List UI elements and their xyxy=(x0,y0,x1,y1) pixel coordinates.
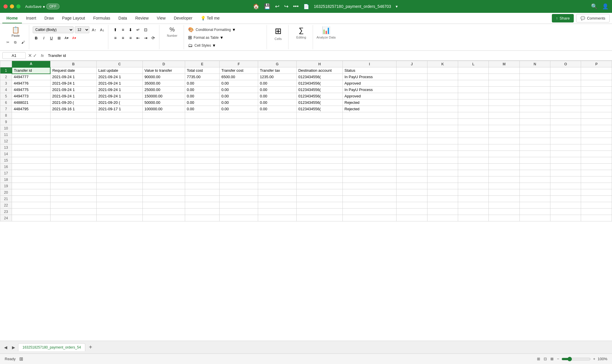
cell-M24[interactable] xyxy=(489,215,519,221)
tab-formulas[interactable]: Formulas xyxy=(89,13,114,23)
cell-P24[interactable] xyxy=(581,215,612,221)
cell-O7[interactable] xyxy=(550,106,581,112)
cell-F9[interactable] xyxy=(220,119,258,125)
cell-A15[interactable] xyxy=(12,157,51,164)
cell-G22[interactable] xyxy=(258,202,297,209)
cell-M10[interactable] xyxy=(489,125,519,132)
row-num-11[interactable]: 11 xyxy=(0,132,12,138)
page-break-view-icon[interactable]: ⊠ xyxy=(550,357,554,361)
cell-G4[interactable]: 0.00 xyxy=(258,87,297,93)
cell-G13[interactable] xyxy=(258,144,297,151)
cell-P10[interactable] xyxy=(581,125,612,132)
cell-H6[interactable]: 0123434556( xyxy=(296,99,342,106)
cell-E7[interactable]: 0.00 xyxy=(185,106,220,112)
cell-N16[interactable] xyxy=(519,164,550,170)
cell-K7[interactable] xyxy=(427,106,458,112)
cell-G21[interactable] xyxy=(258,196,297,202)
cell-G24[interactable] xyxy=(258,215,297,221)
cell-reference[interactable] xyxy=(2,52,26,59)
cell-J24[interactable] xyxy=(397,215,427,221)
dropdown-icon[interactable]: ▾ xyxy=(396,4,398,9)
cell-P7[interactable] xyxy=(581,106,612,112)
cell-C6[interactable]: 2021-09-20 ( xyxy=(96,99,142,106)
cell-I20[interactable] xyxy=(342,189,396,196)
cell-E13[interactable] xyxy=(185,144,220,151)
cell-P15[interactable] xyxy=(581,157,612,164)
cell-O11[interactable] xyxy=(550,132,581,138)
row-num-12[interactable]: 12 xyxy=(0,138,12,144)
cell-K17[interactable] xyxy=(427,170,458,176)
align-top-button[interactable]: ⬆ xyxy=(112,26,119,33)
cell-D22[interactable] xyxy=(142,202,185,209)
cell-C3[interactable]: 2021-09-24 1 xyxy=(96,80,142,87)
cell-L8[interactable] xyxy=(458,112,488,119)
paste-button[interactable]: 📋 Paste xyxy=(10,26,21,38)
cell-N7[interactable] xyxy=(519,106,550,112)
ribbon-group-editing[interactable]: ∑ Editing xyxy=(290,25,313,49)
cell-J18[interactable] xyxy=(397,176,427,183)
col-header-B[interactable]: B xyxy=(50,61,96,67)
cell-D13[interactable] xyxy=(142,144,185,151)
cell-J8[interactable] xyxy=(397,112,427,119)
col-header-C[interactable]: C xyxy=(96,61,142,67)
decrease-font-button[interactable]: A↓ xyxy=(99,26,106,33)
cell-E21[interactable] xyxy=(185,196,220,202)
cell-K4[interactable] xyxy=(427,87,458,93)
cell-F24[interactable] xyxy=(220,215,258,221)
cell-J17[interactable] xyxy=(397,170,427,176)
save-icon[interactable]: 💾 xyxy=(264,3,270,10)
cell-D5[interactable]: 150000.00 xyxy=(142,93,185,99)
cell-O23[interactable] xyxy=(550,209,581,215)
cell-D9[interactable] xyxy=(142,119,185,125)
cell-F7[interactable]: 0.00 xyxy=(220,106,258,112)
cell-A16[interactable] xyxy=(12,164,51,170)
align-center-button[interactable]: ≡ xyxy=(119,34,126,41)
cell-P14[interactable] xyxy=(581,151,612,157)
cell-A22[interactable] xyxy=(12,202,51,209)
cell-K10[interactable] xyxy=(427,125,458,132)
cell-N20[interactable] xyxy=(519,189,550,196)
cell-K8[interactable] xyxy=(427,112,458,119)
cell-N12[interactable] xyxy=(519,138,550,144)
align-middle-button[interactable]: ≡ xyxy=(119,26,126,33)
row-num-10[interactable]: 10 xyxy=(0,125,12,132)
cell-G17[interactable] xyxy=(258,170,297,176)
cell-E4[interactable]: 0.00 xyxy=(185,87,220,93)
cell-M11[interactable] xyxy=(489,132,519,138)
cell-L20[interactable] xyxy=(458,189,488,196)
cell-M21[interactable] xyxy=(489,196,519,202)
cell-E20[interactable] xyxy=(185,189,220,196)
cell-P6[interactable] xyxy=(581,99,612,106)
cell-B13[interactable] xyxy=(50,144,96,151)
cell-B22[interactable] xyxy=(50,202,96,209)
cell-K23[interactable] xyxy=(427,209,458,215)
minimize-button[interactable] xyxy=(10,4,14,8)
row-num-24[interactable]: 24 xyxy=(0,215,12,221)
cell-H11[interactable] xyxy=(296,132,342,138)
cell-M17[interactable] xyxy=(489,170,519,176)
cell-P5[interactable] xyxy=(581,93,612,99)
cell-C11[interactable] xyxy=(96,132,142,138)
cell-L22[interactable] xyxy=(458,202,488,209)
cell-K6[interactable] xyxy=(427,99,458,106)
row-num-21[interactable]: 21 xyxy=(0,196,12,202)
cell-O14[interactable] xyxy=(550,151,581,157)
cell-P21[interactable] xyxy=(581,196,612,202)
cell-K14[interactable] xyxy=(427,151,458,157)
cell-E11[interactable] xyxy=(185,132,220,138)
row-num-1[interactable]: 1 xyxy=(0,67,12,74)
cell-B9[interactable] xyxy=(50,119,96,125)
cell-D17[interactable] xyxy=(142,170,185,176)
align-right-button[interactable]: ≡ xyxy=(127,34,134,41)
cell-A9[interactable] xyxy=(12,119,51,125)
cell-G5[interactable]: 0.00 xyxy=(258,93,297,99)
align-bottom-button[interactable]: ⬇ xyxy=(127,26,134,33)
cell-J23[interactable] xyxy=(397,209,427,215)
cell-E14[interactable] xyxy=(185,151,220,157)
cell-M14[interactable] xyxy=(489,151,519,157)
cell-F11[interactable] xyxy=(220,132,258,138)
cell-I13[interactable] xyxy=(342,144,396,151)
cell-I14[interactable] xyxy=(342,151,396,157)
cell-K3[interactable] xyxy=(427,80,458,87)
cell-D3[interactable]: 35000.00 xyxy=(142,80,185,87)
